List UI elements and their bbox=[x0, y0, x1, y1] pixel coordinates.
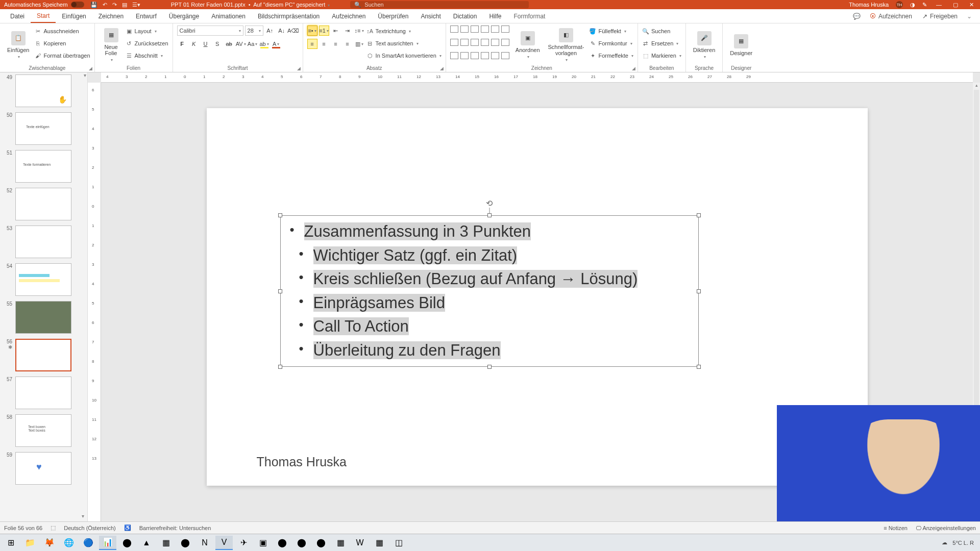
tab-uebergaenge[interactable]: Übergänge bbox=[163, 9, 205, 23]
font-name-combo[interactable]: Calibri▾ bbox=[177, 26, 243, 36]
align-left-button[interactable]: ≡ bbox=[307, 39, 317, 49]
highlight-color-button[interactable]: ab▾ bbox=[259, 39, 270, 49]
thumbnail-51[interactable]: 51Texte formatieren bbox=[3, 150, 84, 183]
thumbnail-53[interactable]: 53 bbox=[3, 226, 84, 258]
tab-formformat[interactable]: Formformat bbox=[507, 9, 551, 23]
slide[interactable]: ⟲ Zusammenfassung in 3 Punkten Wichtiger… bbox=[207, 108, 868, 486]
chevron-down-icon[interactable]: ▾ bbox=[679, 54, 681, 58]
shrink-font-button[interactable]: A↓ bbox=[277, 26, 287, 36]
tab-ansicht[interactable]: Ansicht bbox=[414, 9, 447, 23]
app-icon[interactable]: ⬤ bbox=[177, 536, 194, 550]
font-size-combo[interactable]: 28▾ bbox=[245, 26, 263, 36]
onenote-icon[interactable]: N bbox=[196, 536, 213, 550]
shape-arrow-icon[interactable] bbox=[481, 39, 489, 46]
autosave-toggle[interactable]: Automatisches Speichern bbox=[4, 2, 84, 8]
shape-star-icon[interactable] bbox=[471, 52, 479, 59]
bold-button[interactable]: F bbox=[177, 39, 187, 49]
bullets-button[interactable]: ≡•▾ bbox=[307, 26, 317, 36]
shape-brace-icon[interactable] bbox=[481, 52, 489, 59]
bullet-list[interactable]: Zusammenfassung in 3 Punkten Wichtiger S… bbox=[281, 216, 698, 366]
format-painter-button[interactable]: 🖌Format übertragen bbox=[34, 50, 90, 61]
align-text-button[interactable]: ⊟Text ausrichten▾ bbox=[366, 38, 442, 49]
save-icon[interactable]: 💾 bbox=[90, 2, 97, 8]
touch-mode-icon[interactable]: ☰▾ bbox=[132, 2, 140, 8]
italic-button[interactable]: K bbox=[189, 39, 199, 49]
maximize-button[interactable]: ▢ bbox=[951, 2, 960, 8]
app-icon[interactable]: ◫ bbox=[390, 536, 407, 550]
accessibility-icon[interactable]: ⬚ bbox=[51, 524, 56, 531]
chevron-down-icon[interactable]: ▾ bbox=[676, 41, 678, 46]
chevron-down-icon[interactable]: ▾ bbox=[566, 58, 568, 62]
collapse-ribbon-icon[interactable]: ⌄ bbox=[963, 13, 976, 20]
chevron-down-icon[interactable]: ▾ bbox=[439, 54, 442, 58]
resize-handle[interactable] bbox=[278, 365, 282, 369]
underline-button[interactable]: U bbox=[201, 39, 211, 49]
reset-button[interactable]: ↺Zurücksetzen bbox=[126, 38, 168, 49]
shape-rect-icon[interactable] bbox=[481, 26, 489, 33]
shapes-gallery[interactable] bbox=[450, 26, 510, 64]
resize-handle[interactable] bbox=[278, 289, 282, 293]
chevron-down-icon[interactable]: ▾ bbox=[259, 29, 261, 33]
paste-button[interactable]: 📋Einfügen▾ bbox=[4, 26, 32, 64]
slide-counter[interactable]: Folie 56 von 66 bbox=[4, 525, 42, 531]
resize-handle[interactable] bbox=[697, 213, 701, 217]
app-icon[interactable]: ⬤ bbox=[312, 536, 330, 550]
accessibility-status[interactable]: Barrierefreiheit: Untersuchen bbox=[139, 525, 211, 531]
shape-effects-button[interactable]: ✦Formeffekte▾ bbox=[589, 50, 633, 61]
chevron-down-icon[interactable]: ▾ bbox=[239, 29, 241, 33]
bullet-item[interactable]: Kreis schließen (Bezug auf Anfang → Lösu… bbox=[299, 267, 680, 291]
undo-icon[interactable]: ↶ bbox=[103, 2, 107, 8]
shape-triangle-icon[interactable] bbox=[471, 39, 479, 46]
resize-handle[interactable] bbox=[697, 365, 701, 369]
shape-rect-icon[interactable] bbox=[501, 26, 509, 33]
tab-datei[interactable]: Datei bbox=[4, 9, 31, 23]
shape-line-icon[interactable] bbox=[471, 26, 479, 33]
search-box[interactable]: 🔍 Suchen bbox=[350, 1, 529, 8]
vertical-ruler[interactable]: 654321012345678910111213 bbox=[88, 83, 101, 521]
copy-button[interactable]: ⎘Kopieren bbox=[34, 38, 90, 49]
ribbon-draw-icon[interactable]: ✎ bbox=[922, 2, 927, 8]
slideshow-icon[interactable]: ▤ bbox=[122, 2, 127, 8]
change-case-button[interactable]: Aa▾ bbox=[248, 39, 258, 49]
vlc-icon[interactable]: ▲ bbox=[138, 536, 155, 550]
tab-start[interactable]: Start bbox=[31, 9, 56, 23]
tab-dictation[interactable]: Dictation bbox=[447, 9, 483, 23]
powerpoint-icon[interactable]: 📊 bbox=[99, 536, 116, 550]
tab-einfuegen[interactable]: Einfügen bbox=[56, 9, 92, 23]
thumbnail-55[interactable]: 55 bbox=[3, 301, 84, 334]
weather-icon[interactable]: ☁ bbox=[942, 539, 947, 546]
shape-brace-icon[interactable] bbox=[491, 52, 499, 59]
dialog-launcher-icon[interactable]: ◢ bbox=[297, 66, 301, 71]
chevron-down-icon[interactable]: ▾ bbox=[111, 58, 113, 62]
chevron-down-icon[interactable]: ▾ bbox=[630, 41, 632, 46]
comments-icon[interactable]: 💬 bbox=[849, 13, 865, 20]
find-button[interactable]: 🔍Suchen bbox=[642, 26, 681, 37]
tab-aufzeichnen[interactable]: Aufzeichnen bbox=[326, 9, 372, 23]
word-icon[interactable]: W bbox=[351, 536, 369, 550]
app-icon[interactable]: ⬤ bbox=[293, 536, 310, 550]
new-slide-button[interactable]: ▦Neue Folie▾ bbox=[99, 26, 124, 64]
shape-rect-icon[interactable] bbox=[491, 26, 499, 33]
section-button[interactable]: ☰Abschnitt▾ bbox=[126, 50, 168, 61]
telegram-icon[interactable]: ✈ bbox=[235, 536, 252, 550]
grow-font-button[interactable]: A↑ bbox=[265, 26, 275, 36]
thumbnail-57[interactable]: 57 bbox=[3, 377, 84, 409]
obs-icon[interactable]: ⬤ bbox=[274, 536, 291, 550]
minimize-button[interactable]: — bbox=[934, 2, 944, 8]
document-title[interactable]: PPT 01 Roter Faden 001.pptx • Auf "diese… bbox=[171, 2, 330, 8]
system-tray[interactable]: ☁ 5°C L. R bbox=[942, 539, 978, 546]
resize-handle[interactable] bbox=[487, 213, 492, 217]
thumb-scroll-down-icon[interactable]: ▾ bbox=[79, 513, 86, 520]
chevron-down-icon[interactable]: ▾ bbox=[527, 55, 529, 59]
chevron-down-icon[interactable]: ▾ bbox=[18, 55, 20, 59]
shape-fill-button[interactable]: 🪣Fülleffekt▾ bbox=[589, 26, 633, 37]
display-settings-button[interactable]: 🖵 Anzeigeeinstellungen bbox=[916, 525, 976, 531]
close-button[interactable]: ✕ bbox=[967, 2, 976, 8]
chevron-down-icon[interactable]: ▾ bbox=[624, 29, 626, 34]
bullet-item[interactable]: Überleitung zu den Fragen bbox=[299, 339, 680, 363]
text-placeholder[interactable]: ⟲ Zusammenfassung in 3 Punkten Wichtiger… bbox=[280, 215, 699, 367]
user-name[interactable]: Thomas Hruska bbox=[849, 2, 889, 8]
chevron-down-icon[interactable]: ▾ bbox=[416, 41, 419, 46]
thumbnail-56[interactable]: 56✱ bbox=[3, 339, 84, 371]
shape-arrow-icon[interactable] bbox=[491, 39, 499, 46]
